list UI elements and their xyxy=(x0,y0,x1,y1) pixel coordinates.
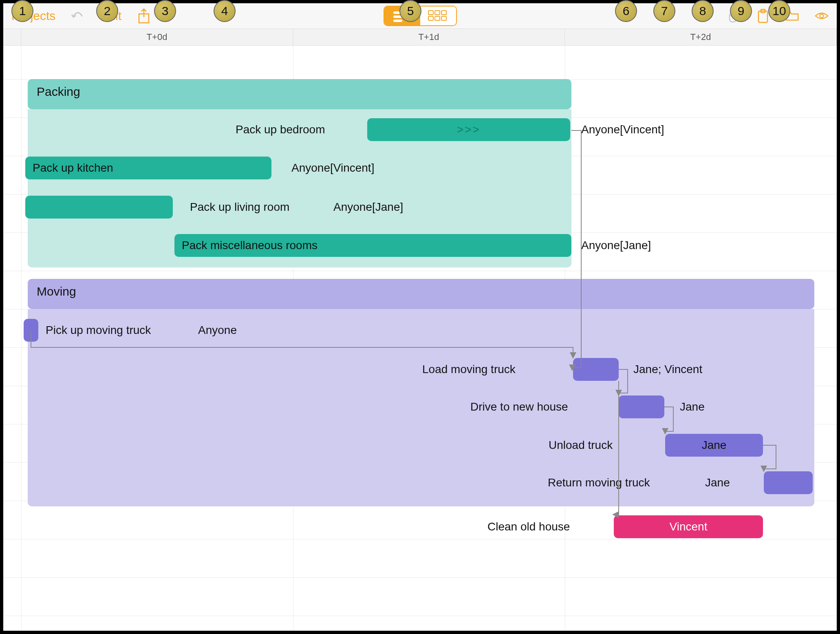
toolbar: Projects Edit xyxy=(3,3,837,29)
svg-rect-6 xyxy=(441,11,446,15)
task-assignee: Anyone[Jane] xyxy=(581,234,651,257)
attachment-icon[interactable] xyxy=(727,9,741,23)
svg-rect-3 xyxy=(393,20,402,22)
view-toggle-grid[interactable] xyxy=(420,7,456,25)
task-label: Drive to new house xyxy=(470,395,568,418)
view-toggle[interactable] xyxy=(384,6,457,26)
add-icon[interactable] xyxy=(697,9,711,23)
share-icon[interactable] xyxy=(137,9,151,23)
svg-rect-2 xyxy=(393,15,411,18)
task-bar[interactable] xyxy=(25,196,173,219)
task-assignee: Anyone[Vincent] xyxy=(291,157,374,179)
task-assignee: Anyone[Vincent] xyxy=(581,118,664,141)
svg-rect-1 xyxy=(393,11,406,14)
folder-icon[interactable] xyxy=(785,9,799,23)
task-label: Load moving truck xyxy=(422,358,516,381)
svg-rect-7 xyxy=(428,16,433,20)
task-label: Pack up bedroom xyxy=(236,118,325,141)
timescale-header: T+0d T+1d T+2d xyxy=(3,29,837,46)
eye-icon[interactable] xyxy=(815,9,829,23)
task-bar[interactable] xyxy=(24,319,38,342)
task-assignee: Jane xyxy=(680,395,705,418)
task-bar[interactable] xyxy=(764,471,813,494)
task-label: Pack up living room xyxy=(190,196,289,219)
task-bar[interactable]: >>> xyxy=(367,118,570,141)
task-label: Clean old house xyxy=(487,515,570,538)
timescale-day: T+0d xyxy=(21,29,293,45)
timescale-day: T+2d xyxy=(565,29,837,45)
group-header-moving[interactable]: Moving xyxy=(28,279,814,309)
task-assignee: Jane xyxy=(705,471,730,494)
task-bar[interactable] xyxy=(619,395,664,418)
group-header-packing[interactable]: Packing xyxy=(28,79,571,109)
timescale-day: T+1d xyxy=(293,29,565,45)
svg-point-12 xyxy=(820,14,824,18)
task-bar[interactable]: Pack miscellaneous rooms xyxy=(174,234,571,257)
task-label: Pick up moving truck xyxy=(46,319,151,342)
task-assignee: Jane; Vincent xyxy=(633,358,702,381)
projects-button[interactable]: Projects xyxy=(11,9,55,23)
task-bar[interactable]: Vincent xyxy=(614,515,763,538)
task-bar[interactable]: Pack up kitchen xyxy=(25,157,271,179)
task-assignee: Anyone[Jane] xyxy=(333,196,403,219)
task-label: Unload truck xyxy=(549,434,613,457)
svg-rect-4 xyxy=(428,11,433,15)
task-label: Return moving truck xyxy=(548,471,650,494)
edit-button[interactable]: Edit xyxy=(100,9,121,23)
task-assignee: Anyone xyxy=(198,319,237,342)
view-toggle-gantt[interactable] xyxy=(384,7,420,25)
svg-rect-9 xyxy=(441,16,446,20)
task-bar[interactable] xyxy=(573,358,619,381)
svg-rect-5 xyxy=(435,11,440,15)
task-bar[interactable]: Jane xyxy=(665,434,763,457)
undo-icon[interactable] xyxy=(71,9,85,23)
app-screen: Projects Edit xyxy=(3,3,837,631)
clipboard-icon[interactable] xyxy=(756,9,770,23)
svg-rect-8 xyxy=(435,16,440,20)
gantt-chart-area[interactable]: Packing>>>Pack up bedroomAnyone[Vincent]… xyxy=(3,46,837,631)
